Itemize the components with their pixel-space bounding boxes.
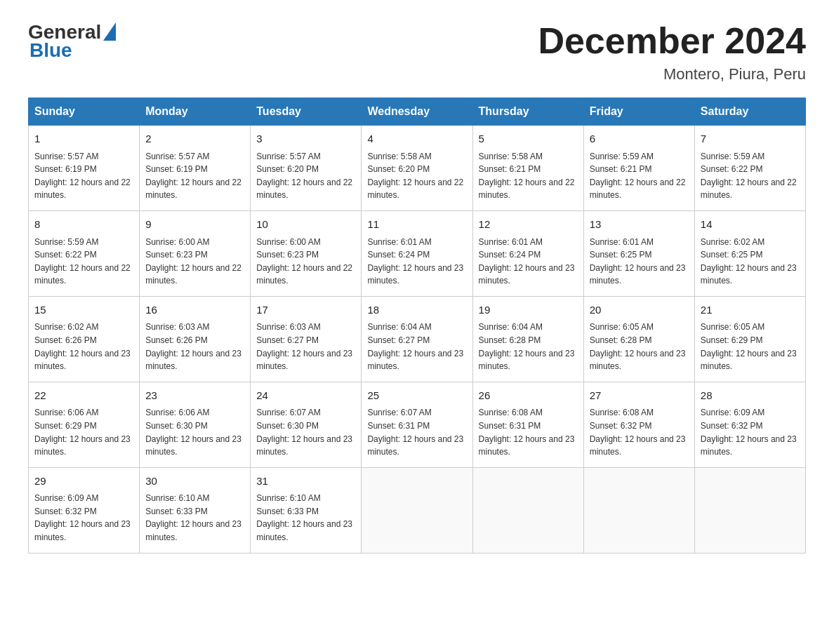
calendar-week-row: 8Sunrise: 5:59 AMSunset: 6:22 PMDaylight…: [29, 211, 806, 297]
weekday-header-tuesday: Tuesday: [251, 98, 362, 126]
day-number: 3: [256, 131, 355, 147]
day-info: Sunrise: 5:59 AMSunset: 6:22 PMDaylight:…: [701, 150, 800, 202]
day-info: Sunrise: 5:59 AMSunset: 6:22 PMDaylight:…: [34, 236, 133, 288]
calendar-cell: 8Sunrise: 5:59 AMSunset: 6:22 PMDaylight…: [29, 211, 140, 297]
day-number: 25: [367, 388, 466, 404]
calendar-cell: [472, 467, 583, 553]
weekday-header-saturday: Saturday: [694, 98, 805, 126]
calendar-cell: 24Sunrise: 6:07 AMSunset: 6:30 PMDayligh…: [251, 382, 362, 467]
day-info: Sunrise: 6:07 AMSunset: 6:30 PMDaylight:…: [256, 406, 355, 458]
day-info: Sunrise: 6:02 AMSunset: 6:26 PMDaylight:…: [34, 321, 133, 373]
calendar-cell: 12Sunrise: 6:01 AMSunset: 6:24 PMDayligh…: [472, 211, 583, 297]
calendar-cell: [694, 467, 805, 553]
calendar-week-row: 1Sunrise: 5:57 AMSunset: 6:19 PMDaylight…: [29, 126, 806, 211]
day-number: 14: [701, 217, 800, 233]
day-info: Sunrise: 6:09 AMSunset: 6:32 PMDaylight:…: [34, 492, 133, 544]
day-number: 10: [256, 217, 355, 233]
day-number: 24: [256, 388, 355, 404]
day-number: 31: [256, 474, 355, 490]
day-info: Sunrise: 6:10 AMSunset: 6:33 PMDaylight:…: [256, 492, 355, 544]
calendar-cell: 27Sunrise: 6:08 AMSunset: 6:32 PMDayligh…: [583, 382, 694, 467]
calendar-cell: 14Sunrise: 6:02 AMSunset: 6:25 PMDayligh…: [694, 211, 805, 297]
day-info: Sunrise: 6:00 AMSunset: 6:23 PMDaylight:…: [256, 236, 355, 288]
calendar-cell: 29Sunrise: 6:09 AMSunset: 6:32 PMDayligh…: [29, 467, 140, 553]
day-info: Sunrise: 6:02 AMSunset: 6:25 PMDaylight:…: [701, 236, 800, 288]
day-number: 15: [34, 302, 133, 318]
day-number: 28: [701, 388, 800, 404]
calendar-cell: 6Sunrise: 5:59 AMSunset: 6:21 PMDaylight…: [583, 126, 694, 211]
day-info: Sunrise: 6:01 AMSunset: 6:24 PMDaylight:…: [479, 236, 578, 288]
day-number: 22: [34, 388, 133, 404]
day-number: 9: [145, 217, 244, 233]
month-title: December 2024: [538, 21, 806, 61]
calendar-cell: 16Sunrise: 6:03 AMSunset: 6:26 PMDayligh…: [140, 296, 251, 382]
day-number: 26: [479, 388, 578, 404]
weekday-header-monday: Monday: [140, 98, 251, 126]
day-number: 29: [34, 474, 133, 490]
day-info: Sunrise: 6:01 AMSunset: 6:24 PMDaylight:…: [367, 236, 466, 288]
day-number: 7: [701, 131, 800, 147]
calendar-cell: 28Sunrise: 6:09 AMSunset: 6:32 PMDayligh…: [694, 382, 805, 467]
day-number: 2: [145, 131, 244, 147]
day-info: Sunrise: 6:10 AMSunset: 6:33 PMDaylight:…: [145, 492, 244, 544]
calendar-week-row: 29Sunrise: 6:09 AMSunset: 6:32 PMDayligh…: [29, 467, 806, 553]
day-number: 27: [590, 388, 689, 404]
calendar-cell: 4Sunrise: 5:58 AMSunset: 6:20 PMDaylight…: [362, 126, 472, 211]
calendar-cell: 15Sunrise: 6:02 AMSunset: 6:26 PMDayligh…: [29, 296, 140, 382]
day-number: 6: [590, 131, 689, 147]
calendar-cell: 25Sunrise: 6:07 AMSunset: 6:31 PMDayligh…: [362, 382, 472, 467]
day-info: Sunrise: 6:05 AMSunset: 6:28 PMDaylight:…: [590, 321, 689, 373]
day-info: Sunrise: 6:05 AMSunset: 6:29 PMDaylight:…: [701, 321, 800, 373]
calendar-cell: 11Sunrise: 6:01 AMSunset: 6:24 PMDayligh…: [362, 211, 472, 297]
day-info: Sunrise: 6:08 AMSunset: 6:32 PMDaylight:…: [590, 406, 689, 458]
day-info: Sunrise: 5:57 AMSunset: 6:19 PMDaylight:…: [145, 150, 244, 202]
day-info: Sunrise: 6:07 AMSunset: 6:31 PMDaylight:…: [367, 406, 466, 458]
calendar-cell: [362, 467, 472, 553]
day-number: 5: [479, 131, 578, 147]
calendar-cell: 18Sunrise: 6:04 AMSunset: 6:27 PMDayligh…: [362, 296, 472, 382]
day-info: Sunrise: 5:57 AMSunset: 6:19 PMDaylight:…: [34, 150, 133, 202]
day-info: Sunrise: 6:06 AMSunset: 6:29 PMDaylight:…: [34, 406, 133, 458]
calendar-cell: 19Sunrise: 6:04 AMSunset: 6:28 PMDayligh…: [472, 296, 583, 382]
calendar-cell: 3Sunrise: 5:57 AMSunset: 6:20 PMDaylight…: [251, 126, 362, 211]
day-info: Sunrise: 6:00 AMSunset: 6:23 PMDaylight:…: [145, 236, 244, 288]
calendar-cell: 17Sunrise: 6:03 AMSunset: 6:27 PMDayligh…: [251, 296, 362, 382]
day-number: 8: [34, 217, 133, 233]
title-block: December 2024 Montero, Piura, Peru: [538, 21, 806, 83]
day-info: Sunrise: 6:04 AMSunset: 6:28 PMDaylight:…: [479, 321, 578, 373]
calendar-cell: 7Sunrise: 5:59 AMSunset: 6:22 PMDaylight…: [694, 126, 805, 211]
day-number: 30: [145, 474, 244, 490]
day-number: 19: [479, 302, 578, 318]
day-info: Sunrise: 6:08 AMSunset: 6:31 PMDaylight:…: [479, 406, 578, 458]
calendar-cell: 5Sunrise: 5:58 AMSunset: 6:21 PMDaylight…: [472, 126, 583, 211]
logo-triangle-icon: [103, 22, 116, 41]
calendar-week-row: 15Sunrise: 6:02 AMSunset: 6:26 PMDayligh…: [29, 296, 806, 382]
day-info: Sunrise: 6:06 AMSunset: 6:30 PMDaylight:…: [145, 406, 244, 458]
calendar-cell: [583, 467, 694, 553]
day-info: Sunrise: 6:04 AMSunset: 6:27 PMDaylight:…: [367, 321, 466, 373]
calendar-cell: 1Sunrise: 5:57 AMSunset: 6:19 PMDaylight…: [29, 126, 140, 211]
day-number: 16: [145, 302, 244, 318]
calendar-cell: 31Sunrise: 6:10 AMSunset: 6:33 PMDayligh…: [251, 467, 362, 553]
calendar-cell: 26Sunrise: 6:08 AMSunset: 6:31 PMDayligh…: [472, 382, 583, 467]
day-info: Sunrise: 6:09 AMSunset: 6:32 PMDaylight:…: [701, 406, 800, 458]
weekday-header-friday: Friday: [583, 98, 694, 126]
calendar-cell: 22Sunrise: 6:06 AMSunset: 6:29 PMDayligh…: [29, 382, 140, 467]
day-number: 21: [701, 302, 800, 318]
calendar-cell: 21Sunrise: 6:05 AMSunset: 6:29 PMDayligh…: [694, 296, 805, 382]
calendar-cell: 23Sunrise: 6:06 AMSunset: 6:30 PMDayligh…: [140, 382, 251, 467]
weekday-header-thursday: Thursday: [472, 98, 583, 126]
calendar-cell: 13Sunrise: 6:01 AMSunset: 6:25 PMDayligh…: [583, 211, 694, 297]
calendar-week-row: 22Sunrise: 6:06 AMSunset: 6:29 PMDayligh…: [29, 382, 806, 467]
calendar-cell: 10Sunrise: 6:00 AMSunset: 6:23 PMDayligh…: [251, 211, 362, 297]
day-number: 20: [590, 302, 689, 318]
day-info: Sunrise: 5:58 AMSunset: 6:21 PMDaylight:…: [479, 150, 578, 202]
day-number: 18: [367, 302, 466, 318]
day-number: 12: [479, 217, 578, 233]
location-title: Montero, Piura, Peru: [538, 65, 806, 83]
weekday-header-wednesday: Wednesday: [362, 98, 472, 126]
day-number: 23: [145, 388, 244, 404]
day-number: 4: [367, 131, 466, 147]
day-number: 11: [367, 217, 466, 233]
calendar-cell: 2Sunrise: 5:57 AMSunset: 6:19 PMDaylight…: [140, 126, 251, 211]
